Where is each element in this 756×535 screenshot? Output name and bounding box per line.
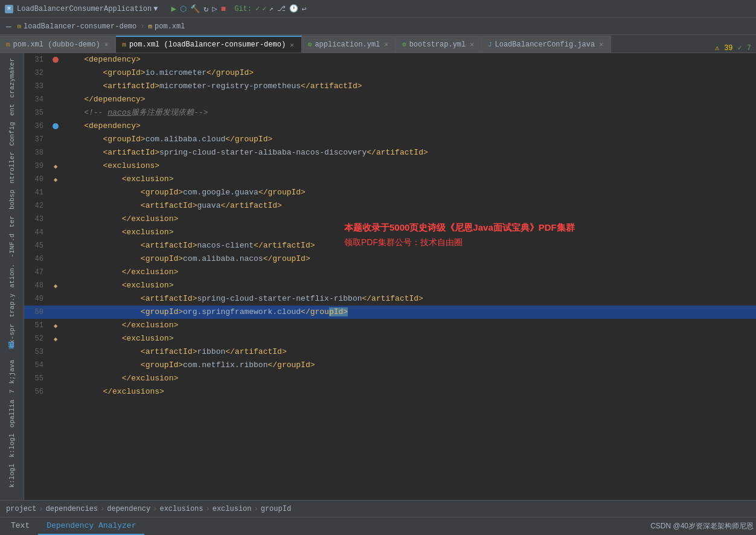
code-line-content: <dependency> (63, 120, 756, 133)
code-area[interactable]: 31 <dependency> 32 <groupId>io.micromete… (24, 53, 756, 500)
sidebar-item-ent[interactable]: ent (7, 101, 17, 118)
tab-text-label: Text (11, 521, 30, 530)
breadcrumb-root[interactable]: m loadBalancer-consumer-demo (17, 22, 136, 31)
stop-button[interactable]: ■ (221, 4, 226, 14)
line-number: 42 (24, 202, 48, 210)
code-line-content: </exclusion> (63, 266, 756, 279)
sidebar-item-7[interactable]: 7 (7, 387, 17, 396)
tab-close-2[interactable]: ✕ (289, 40, 295, 50)
code-line-content: <artifactId>spring-cloud-starter-alibaba… (63, 146, 756, 159)
breadcrumb-filename: pom.xml (155, 22, 185, 31)
table-row: 53 <artifactId>ribbon</artifactId> (24, 345, 756, 359)
sidebar-item-config[interactable]: Config (7, 120, 17, 149)
undo-button[interactable]: ↩ (302, 4, 307, 14)
tab-close-5[interactable]: ✕ (598, 40, 604, 49)
code-line-content: <!-- nacos服务注册发现依赖--> (63, 106, 756, 120)
bookmark-icon-51[interactable]: ◆ (54, 322, 58, 330)
sidebar-item-trap[interactable]: trap.y (7, 291, 17, 320)
code-line-content: </dependency> (63, 93, 756, 106)
status-dependency[interactable]: dependency (107, 505, 150, 513)
git-check1[interactable]: ✓ (255, 4, 260, 13)
dropdown-icon: ▼ (153, 5, 158, 13)
tab-text[interactable]: Text (2, 518, 38, 535)
status-bar: project › dependencies › dependency › ex… (0, 500, 756, 517)
status-project[interactable]: project (6, 505, 36, 513)
line-number: 43 (24, 215, 48, 223)
tab-pom-dubbo[interactable]: m pom.xml (dubbo-demo) ✕ (0, 36, 116, 53)
line-gutter: ◆ (48, 162, 63, 170)
bookmark-icon-40[interactable]: ◆ (54, 176, 58, 184)
tab-close-1[interactable]: ✕ (103, 40, 110, 49)
code-line-content: <groupId>com.alibaba.nacos</groupId> (63, 252, 756, 266)
sidebar-item-bobsp[interactable]: bobsp (7, 187, 17, 212)
project-dropdown[interactable]: LoadBalancerConsumerApplication ▼ (17, 5, 158, 13)
line-number: 47 (24, 268, 48, 277)
tab-label-4: bootstrap.yml (409, 40, 466, 49)
sidebar-item-crazymaker[interactable]: crazymaker (7, 56, 17, 100)
line-number: 37 (24, 135, 48, 144)
code-line-content: <groupId>com.netflix.ribbon</groupId> (63, 359, 756, 372)
line-number: 33 (24, 82, 48, 91)
tab-close-3[interactable]: ✕ (383, 40, 389, 49)
line-gutter: ◆ (48, 322, 63, 330)
line-gutter: ◆ (48, 176, 63, 184)
status-breadcrumb: project › dependencies › dependency › ex… (6, 505, 291, 513)
sidebar-item-inf[interactable]: -INF.d (7, 231, 17, 260)
tab-label-1: pom.xml (dubbo-demo) (13, 40, 100, 49)
code-line-content: <artifactId>guava</artifactId> (63, 199, 756, 213)
run-button[interactable]: ▷ (212, 4, 217, 14)
build-button[interactable]: 🔨 (190, 4, 200, 14)
table-row: 47 </exclusion> (24, 266, 756, 279)
bookmark-icon-39[interactable]: ◆ (54, 162, 58, 170)
sidebar-item-logl2[interactable]: k:logl (7, 461, 17, 490)
sidebar-item-logl1[interactable]: k:logl (7, 431, 17, 460)
play-button[interactable]: ▶ (171, 4, 176, 14)
tab-label-2: pom.xml (loadBalancer-consumer-demo) (129, 40, 286, 49)
reload-button[interactable]: ↻ (203, 4, 208, 14)
bookmark-icon-52[interactable]: ◆ (54, 335, 58, 343)
main-layout: crazymaker ent Config ntroller bobsp ter… (0, 53, 756, 500)
tab-loadbalancer-config[interactable]: J LoadBalancerConfig.java ✕ (482, 36, 611, 53)
sidebar-item-high[interactable]: 高开发 (6, 351, 18, 356)
status-dependencies[interactable]: dependencies (46, 505, 98, 513)
git-branch-icon[interactable]: ⎇ (277, 4, 286, 13)
dot-icon[interactable] (53, 123, 59, 129)
code-line-content: <exclusion> (63, 226, 756, 239)
status-exclusions[interactable]: exclusions (159, 505, 203, 513)
git-check2[interactable]: ✓ (262, 4, 266, 13)
line-number: 52 (24, 335, 48, 343)
project-name: LoadBalancerConsumerApplication (17, 5, 152, 13)
breakpoint-icon[interactable] (53, 57, 59, 63)
table-row: 38 <artifactId>spring-cloud-starter-alib… (24, 146, 756, 159)
line-number: 54 (24, 361, 48, 370)
line-number: 39 (24, 162, 48, 170)
sidebar-item-ation[interactable]: ation. (7, 261, 17, 290)
code-line-content: </exclusions> (63, 385, 756, 399)
sidebar-item-opallia[interactable]: opallia (7, 397, 17, 430)
table-row: 31 <dependency> (24, 53, 756, 66)
bookmark-icon-48[interactable]: ◆ (54, 282, 58, 290)
sidebar-item-controller[interactable]: ntroller (7, 149, 17, 186)
status-exclusion[interactable]: exclusion (213, 505, 252, 513)
git-controls: ✓ ✓ ↗ (255, 4, 274, 13)
status-groupid[interactable]: groupId (261, 505, 291, 513)
collapse-button[interactable]: — (6, 22, 11, 31)
bottom-tabs: Text Dependency Analyzer CSDN @40岁资深老架构师… (0, 517, 756, 535)
tab-bootstrap-yml[interactable]: ⚙ bootstrap.yml ✕ (396, 36, 482, 53)
warning-count: 7 (747, 44, 751, 53)
git-push-icon[interactable]: ↗ (269, 4, 273, 13)
table-row: 46 <groupId>com.alibaba.nacos</groupId> (24, 252, 756, 266)
git-clock-icon[interactable]: 🕐 (289, 4, 298, 13)
code-line-content: <artifactId>nacos-client</artifactId> (63, 239, 756, 252)
tab-close-4[interactable]: ✕ (469, 40, 475, 49)
tab-dependency-analyzer[interactable]: Dependency Analyzer (38, 518, 144, 535)
code-line-content: <exclusion> (63, 173, 756, 186)
debug-button[interactable]: ⬡ (180, 4, 187, 14)
breadcrumb-file[interactable]: m pom.xml (148, 22, 185, 31)
sidebar-item-ckspr[interactable]: ck-spr (7, 321, 17, 350)
sidebar-item-java[interactable]: k;java (7, 357, 17, 386)
tab-application-yml[interactable]: ⚙ application.yml ✕ (302, 36, 396, 53)
tab-pom-consumer[interactable]: m pom.xml (loadBalancer-consumer-demo) ✕ (116, 36, 301, 53)
code-scroll[interactable]: 31 <dependency> 32 <groupId>io.micromete… (24, 53, 756, 500)
sidebar-item-ter[interactable]: ter (7, 213, 17, 230)
